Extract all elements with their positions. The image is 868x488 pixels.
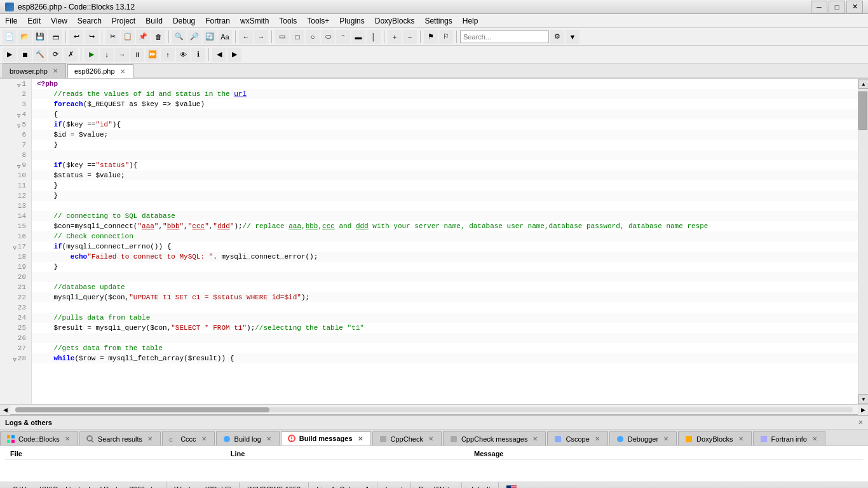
menu-plugins[interactable]: Plugins bbox=[334, 15, 369, 27]
vscroll-down[interactable]: ▼ bbox=[858, 394, 868, 404]
menu-search[interactable]: Search bbox=[72, 15, 107, 27]
tb-bookmarkprev[interactable]: ⚑ bbox=[424, 30, 438, 44]
menu-doxyblocks[interactable]: DoxyBlocks bbox=[370, 15, 420, 27]
tb-copy[interactable]: 📋 bbox=[121, 30, 135, 44]
tb-paste[interactable]: 📌 bbox=[136, 30, 150, 44]
bottom-tab-buildmsg[interactable]: Build messages ✕ bbox=[281, 431, 371, 445]
tb-debug-step[interactable]: ↓ bbox=[100, 48, 114, 62]
tab-browser-php-close[interactable]: ✕ bbox=[51, 67, 59, 74]
code-content[interactable]: <?php //reads the values of id and statu… bbox=[32, 79, 858, 404]
tab-esp8266-php[interactable]: esp8266.php ✕ bbox=[67, 64, 133, 78]
tb-back[interactable]: ← bbox=[239, 30, 253, 44]
vscroll-up[interactable]: ▲ bbox=[858, 79, 868, 89]
tb-bookmarknext[interactable]: ⚐ bbox=[439, 30, 453, 44]
tb-debug-run[interactable]: ▶ bbox=[85, 48, 98, 62]
scrollx-thumb[interactable] bbox=[15, 407, 269, 412]
tb-zoomin[interactable]: + bbox=[388, 30, 402, 44]
tb-ellipse[interactable]: ⬭ bbox=[321, 30, 335, 44]
tb-rect[interactable]: ▭ bbox=[275, 30, 289, 44]
menu-settings[interactable]: Settings bbox=[419, 15, 457, 27]
tb-build-rebuild[interactable]: ⟳ bbox=[48, 48, 62, 62]
bottom-tab-codeblocks[interactable]: Code::Blocks ✕ bbox=[0, 431, 78, 445]
bottom-tab-cccc-close[interactable]: ✕ bbox=[200, 435, 208, 442]
tb-open[interactable]: 📂 bbox=[18, 30, 32, 44]
tb-find[interactable]: 🔍 bbox=[172, 30, 186, 44]
bottom-tab-cppcheckmsg-close[interactable]: ✕ bbox=[531, 435, 539, 442]
tb-nav-next[interactable]: ▶ bbox=[227, 48, 241, 62]
bottom-tab-fortran-close[interactable]: ✕ bbox=[811, 435, 818, 442]
maximize-button[interactable]: □ bbox=[829, 1, 845, 13]
menu-edit[interactable]: Edit bbox=[22, 15, 46, 27]
tb-zoomout[interactable]: − bbox=[403, 30, 417, 44]
bottom-tab-cscope-close[interactable]: ✕ bbox=[593, 435, 601, 442]
scrollx-right[interactable]: ▶ bbox=[858, 405, 868, 415]
bottom-tab-fortran[interactable]: Fortran info ✕ bbox=[753, 431, 825, 445]
vscroll-thumb[interactable] bbox=[858, 92, 867, 130]
tb-square[interactable]: □ bbox=[290, 30, 304, 44]
bottom-tab-cppcheck[interactable]: CppCheck ✕ bbox=[372, 431, 442, 445]
bottom-tab-cscope[interactable]: Cscope ✕ bbox=[547, 431, 607, 445]
tb-saveall[interactable]: 🗃 bbox=[48, 30, 62, 44]
bottom-tab-buildlog-close[interactable]: ✕ bbox=[265, 435, 273, 442]
minimize-button[interactable]: ─ bbox=[811, 1, 827, 13]
menu-wxsmith[interactable]: wxSmith bbox=[235, 15, 274, 27]
fold-icon-1[interactable]: ▽ bbox=[14, 81, 20, 87]
fold-icon-28[interactable]: ▽ bbox=[10, 355, 17, 362]
tb-nav-prev[interactable]: ◀ bbox=[212, 48, 226, 62]
tb-delete[interactable]: 🗑 bbox=[151, 30, 165, 44]
tb-replace[interactable]: 🔄 bbox=[203, 30, 217, 44]
bottom-tab-search-close[interactable]: ✕ bbox=[146, 435, 154, 442]
menu-fortran[interactable]: Fortran bbox=[200, 15, 235, 27]
menu-toolsplus[interactable]: Tools+ bbox=[302, 15, 334, 27]
tb-line[interactable]: ⁻ bbox=[336, 30, 350, 44]
scrollx-left[interactable]: ◀ bbox=[0, 405, 10, 415]
logs-close[interactable]: ✕ bbox=[858, 417, 863, 427]
search-input[interactable] bbox=[460, 30, 549, 43]
tab-browser-php[interactable]: browser.php ✕ bbox=[3, 64, 66, 78]
menu-build[interactable]: Build bbox=[140, 15, 168, 27]
tb-redo[interactable]: ↪ bbox=[85, 30, 98, 44]
bottom-tab-buildmsg-close[interactable]: ✕ bbox=[356, 435, 364, 442]
menu-view[interactable]: View bbox=[46, 15, 72, 27]
menu-file[interactable]: File bbox=[0, 15, 22, 27]
fold-icon-5[interactable]: ▽ bbox=[14, 121, 20, 128]
tab-esp8266-php-close[interactable]: ✕ bbox=[119, 68, 126, 75]
tb-findnext[interactable]: 🔎 bbox=[187, 30, 201, 44]
fold-icon-17[interactable]: ▽ bbox=[10, 243, 17, 250]
tb-search-opt[interactable]: ▼ bbox=[566, 30, 580, 44]
bottom-tab-doxyblocks[interactable]: DoxyBlocks ✕ bbox=[678, 431, 751, 445]
tb-build-run[interactable]: ▶ bbox=[3, 48, 17, 62]
bottom-tab-cppcheck-close[interactable]: ✕ bbox=[427, 435, 435, 442]
tb-build-compile[interactable]: 🔨 bbox=[33, 48, 47, 62]
bottom-tab-cccc[interactable]: C Cccc ✕ bbox=[162, 431, 214, 445]
tb-new[interactable]: 📄 bbox=[3, 30, 17, 44]
bottom-tab-cppcheckmsg[interactable]: CppCheck messages ✕ bbox=[443, 431, 546, 445]
tb-debug-out[interactable]: ↑ bbox=[161, 48, 175, 62]
tb-vbar[interactable]: │ bbox=[367, 30, 381, 44]
bottom-tab-debugger-close[interactable]: ✕ bbox=[662, 435, 670, 442]
tb-forward[interactable]: → bbox=[254, 30, 268, 44]
bottom-tab-search[interactable]: Search results ✕ bbox=[79, 431, 161, 445]
tb-debug-cont[interactable]: ⏩ bbox=[146, 48, 159, 62]
tb-build-abort[interactable]: ✗ bbox=[64, 48, 78, 62]
fold-icon-4[interactable]: ▽ bbox=[14, 111, 20, 118]
tb-undo[interactable]: ↩ bbox=[69, 30, 83, 44]
bottom-tab-buildlog[interactable]: Build log ✕ bbox=[216, 431, 280, 445]
tb-save[interactable]: 💾 bbox=[33, 30, 47, 44]
tb-debug-next[interactable]: → bbox=[115, 48, 129, 62]
fold-icon-9[interactable]: ▽ bbox=[14, 162, 20, 168]
tb-debug-stop[interactable]: ⏸ bbox=[130, 48, 144, 62]
tb-hbar[interactable]: ▬ bbox=[351, 30, 365, 44]
menu-help[interactable]: Help bbox=[458, 15, 484, 27]
tb-search-go[interactable]: ⚙ bbox=[550, 30, 564, 44]
tb-debug-watch[interactable]: 👁 bbox=[176, 48, 190, 62]
bottom-tab-codeblocks-close[interactable]: ✕ bbox=[64, 435, 71, 442]
bottom-tab-doxyblocks-close[interactable]: ✕ bbox=[737, 435, 745, 442]
tb-circle[interactable]: ○ bbox=[306, 30, 320, 44]
tb-build-stop[interactable]: ⏹ bbox=[18, 48, 32, 62]
menu-debug[interactable]: Debug bbox=[168, 15, 200, 27]
bottom-tab-debugger[interactable]: Debugger ✕ bbox=[609, 431, 677, 445]
menu-project[interactable]: Project bbox=[107, 15, 140, 27]
menu-tools[interactable]: Tools bbox=[274, 15, 302, 27]
tb-debug-info[interactable]: ℹ bbox=[191, 48, 205, 62]
